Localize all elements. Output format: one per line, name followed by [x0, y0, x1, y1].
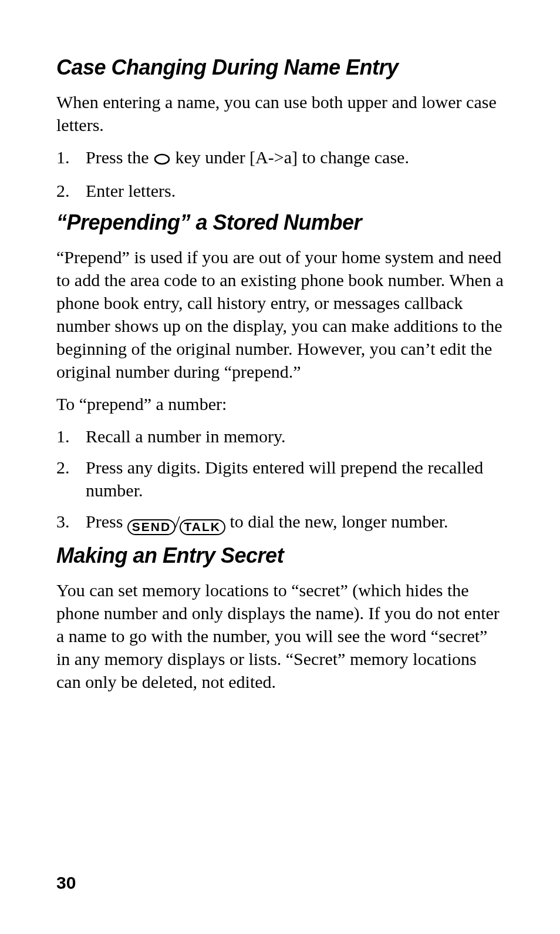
- intro-case-changing: When entering a name, you can use both u…: [56, 90, 504, 136]
- step-text: Press the: [86, 147, 153, 167]
- section-secret: Making an Entry Secret You can set memor…: [56, 543, 504, 693]
- steps-case-changing: Press the key under [A->a] to change cas…: [56, 146, 504, 202]
- page-number: 30: [56, 873, 76, 893]
- list-item: Press SEND/TALK to dial the new, longer …: [56, 510, 504, 535]
- step-text: key under [A->a] to change case.: [171, 147, 409, 167]
- step-text: to dial the new, longer number.: [225, 512, 448, 531]
- heading-secret: Making an Entry Secret: [56, 543, 504, 568]
- svg-point-0: [155, 154, 169, 164]
- softkey-oval-icon: [153, 148, 171, 171]
- section-case-changing: Case Changing During Name Entry When ent…: [56, 55, 504, 202]
- talk-key-icon: TALK: [180, 519, 225, 535]
- para-secret: You can set memory locations to “secret”…: [56, 579, 504, 693]
- heading-case-changing: Case Changing During Name Entry: [56, 55, 504, 80]
- steps-prepending: Recall a number in memory. Press any dig…: [56, 425, 504, 535]
- para-prepend-lead: To “prepend” a number:: [56, 392, 504, 415]
- list-item: Press any digits. Digits entered will pr…: [56, 456, 504, 502]
- section-prepending: “Prepending” a Stored Number “Prepend” i…: [56, 210, 504, 535]
- heading-prepending: “Prepending” a Stored Number: [56, 210, 504, 235]
- list-item: Recall a number in memory.: [56, 425, 504, 448]
- step-text: Press: [86, 512, 127, 531]
- para-prepend-desc: “Prepend” is used if you are out of your…: [56, 246, 504, 383]
- list-item: Enter letters.: [56, 179, 504, 202]
- send-key-icon: SEND: [127, 519, 176, 535]
- list-item: Press the key under [A->a] to change cas…: [56, 146, 504, 171]
